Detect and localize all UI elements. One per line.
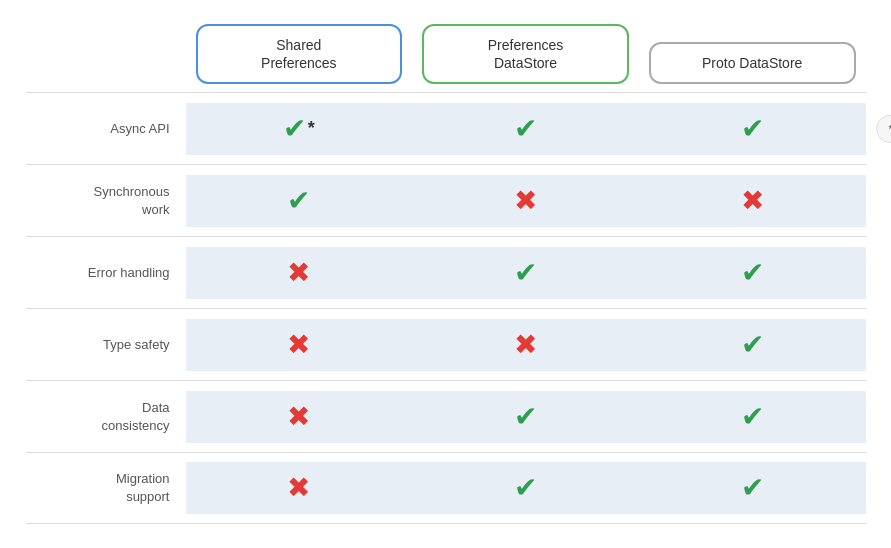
check-icon: ✔ <box>741 115 764 143</box>
cell-consistency-pref: ✔ <box>412 391 639 443</box>
label-type-safety: Type safety <box>26 324 186 366</box>
cell-consistency-proto: ✔ <box>639 391 866 443</box>
cell-error-shared: ✖ <box>186 247 413 299</box>
cell-sync-pref: ✖ <box>412 175 639 227</box>
check-icon: ✔ <box>514 403 537 431</box>
label-async-api: Async API <box>26 108 186 150</box>
row-type-safety: Type safety ✖ ✖ ✔ <box>26 308 866 380</box>
cross-icon: ✖ <box>514 331 537 359</box>
cross-icon: ✖ <box>514 187 537 215</box>
table-body: Async API ✔ * ✔ ✔ *blocks UI thread Sync… <box>26 92 866 524</box>
cell-migration-pref: ✔ <box>412 462 639 514</box>
check-icon: ✔ <box>514 115 537 143</box>
cell-migration-proto: ✔ <box>639 462 866 514</box>
cell-async-api-pref: ✔ <box>412 103 639 155</box>
cell-error-pref: ✔ <box>412 247 639 299</box>
label-synchronous-work: Synchronouswork <box>26 171 186 231</box>
check-icon: ✔ <box>287 187 310 215</box>
cell-async-api-proto: ✔ <box>639 103 866 155</box>
cross-icon: ✖ <box>287 403 310 431</box>
cell-type-shared: ✖ <box>186 319 413 371</box>
row-data-consistency: Dataconsistency ✖ ✔ ✔ <box>26 380 866 452</box>
comparison-table: SharedPreferences PreferencesDataStore P… <box>26 24 866 524</box>
check-icon: ✔ <box>741 403 764 431</box>
cross-icon: ✖ <box>287 474 310 502</box>
cell-error-proto: ✔ <box>639 247 866 299</box>
cell-consistency-shared: ✖ <box>186 391 413 443</box>
cell-sync-shared: ✔ <box>186 175 413 227</box>
label-error-handling: Error handling <box>26 252 186 294</box>
header-preferences-datastore: PreferencesDataStore <box>422 24 629 84</box>
check-icon: ✔ <box>514 474 537 502</box>
label-data-consistency: Dataconsistency <box>26 387 186 447</box>
cell-async-api-shared: ✔ * <box>186 103 413 155</box>
header-shared-preferences: SharedPreferences <box>196 24 403 84</box>
cross-icon: ✖ <box>741 187 764 215</box>
row-synchronous-work: Synchronouswork ✔ ✖ ✖ <box>26 164 866 236</box>
cross-icon: ✖ <box>287 259 310 287</box>
cell-type-pref: ✖ <box>412 319 639 371</box>
row-error-handling: Error handling ✖ ✔ ✔ <box>26 236 866 308</box>
check-icon: ✔ <box>514 259 537 287</box>
check-icon: ✔ <box>283 115 306 143</box>
cell-migration-shared: ✖ <box>186 462 413 514</box>
cross-icon: ✖ <box>287 331 310 359</box>
cell-sync-proto: ✖ <box>639 175 866 227</box>
check-icon: ✔ <box>741 259 764 287</box>
header-proto-datastore: Proto DataStore <box>649 42 856 84</box>
asterisk: * <box>308 118 315 139</box>
label-migration-support: Migrationsupport <box>26 458 186 518</box>
side-note-async: *blocks UI thread <box>876 115 892 143</box>
row-async-api: Async API ✔ * ✔ ✔ *blocks UI thread <box>26 92 866 164</box>
row-migration-support: Migrationsupport ✖ ✔ ✔ <box>26 452 866 524</box>
header-empty <box>26 68 186 84</box>
check-icon: ✔ <box>741 474 764 502</box>
check-icon: ✔ <box>741 331 764 359</box>
cell-type-proto: ✔ <box>639 319 866 371</box>
header-row: SharedPreferences PreferencesDataStore P… <box>26 24 866 92</box>
